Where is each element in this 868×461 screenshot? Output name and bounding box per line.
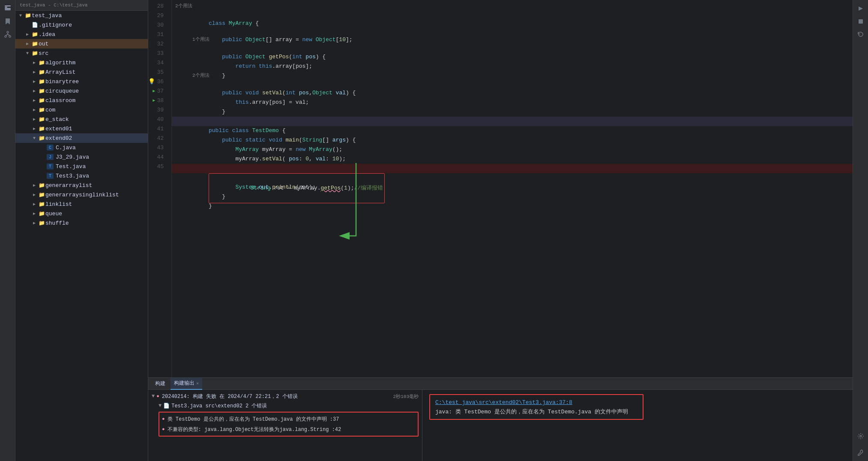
code-line-33: public void setVal(int pos,Object val) { bbox=[172, 79, 853, 88]
line-num-29: 29 bbox=[157, 11, 164, 21]
shuffle-arrow: ▶ bbox=[31, 220, 38, 226]
bottom-panel: 构建 构建输出 ✕ ▼ ● 20240214: 构建 失败 在 2024/4/7… bbox=[148, 377, 853, 461]
shuffle-icon: 📁 bbox=[38, 220, 45, 226]
tree-item-queue[interactable]: ▶ 📁 queue bbox=[15, 209, 148, 218]
line-num-31: 31 bbox=[157, 30, 164, 39]
code-line-40: myArray.setVal( pos: 0, val: 10); bbox=[172, 145, 853, 154]
cjava-icon: C bbox=[46, 145, 54, 151]
tree-item-binarytree[interactable]: ▶ 📁 binarytree bbox=[15, 77, 148, 86]
extend01-icon: 📁 bbox=[38, 126, 45, 132]
code-line-37: public class TestDemo { bbox=[172, 117, 853, 126]
panel-tab-build[interactable]: 构建 bbox=[152, 378, 169, 390]
tree-item-com[interactable]: ▶ 📁 com bbox=[15, 105, 148, 114]
rerun-icon[interactable] bbox=[856, 29, 866, 39]
tree-item-cjava[interactable]: ▶ C C.java bbox=[15, 143, 148, 152]
right-error-box: C:\test_java\src\extend02\Test3.java:37:… bbox=[429, 394, 644, 420]
line-num-37: 37 bbox=[157, 87, 164, 96]
tree-item-generarraysinglinklist[interactable]: ▶ 📁 generarraysinglinklist bbox=[15, 190, 148, 199]
line-num-42: 42 bbox=[157, 134, 164, 143]
wrench-icon[interactable] bbox=[856, 447, 866, 458]
gitignore-icon: 📄 bbox=[31, 22, 39, 28]
line-num-32: 32 bbox=[157, 39, 164, 49]
usage-hint-myarray: 2个用法 bbox=[172, 2, 853, 9]
error-2-text: 不兼容的类型: java.lang.Object无法转换为java.lang.S… bbox=[168, 426, 341, 433]
circuqueue-name: circuqueue bbox=[45, 88, 148, 94]
j329-icon: J bbox=[46, 154, 54, 160]
build-entry[interactable]: ▼ ● 20240214: 构建 失败 在 2024/4/7 22:21，2 个… bbox=[148, 392, 422, 401]
line-num-44: 44 bbox=[157, 153, 164, 162]
output-tab-close[interactable]: ✕ bbox=[196, 381, 199, 386]
line-num-28: 28 bbox=[157, 2, 164, 11]
test3java-name: Test3.java bbox=[56, 173, 148, 179]
code-line-39: MyArray myArray = new MyArray(); bbox=[172, 136, 853, 145]
code-line-32: } bbox=[172, 62, 853, 71]
git-icon[interactable] bbox=[3, 29, 13, 39]
extend02-name: extend02 bbox=[45, 135, 148, 142]
test3-entry[interactable]: ▼ 📄 Test3.java src\extend02 2 个错误 bbox=[148, 401, 422, 410]
tree-item-algorithm[interactable]: ▶ 📁 algorithm bbox=[15, 58, 148, 67]
bookmark-icon[interactable] bbox=[3, 16, 13, 27]
panel-build-label: 构建 bbox=[155, 380, 165, 387]
run-icon-38[interactable]: ▶ bbox=[153, 96, 155, 105]
binarytree-name: binarytree bbox=[45, 78, 148, 85]
tree-item-generarraylist[interactable]: ▶ 📁 generarraylist bbox=[15, 181, 148, 190]
queue-icon: 📁 bbox=[38, 211, 45, 217]
queue-arrow: ▶ bbox=[31, 211, 38, 216]
svg-point-4 bbox=[7, 31, 9, 33]
line-num-38: 38 bbox=[157, 96, 164, 105]
tree-item-idea[interactable]: ▶ 📁 .idea bbox=[15, 30, 148, 39]
tree-item-j329java[interactable]: ▶ J J3_29.java bbox=[15, 152, 148, 162]
svg-rect-2 bbox=[5, 9, 11, 10]
tree-item-extend01[interactable]: ▶ 📁 extend01 bbox=[15, 124, 148, 133]
stop-icon[interactable] bbox=[856, 16, 866, 27]
linklist-icon: 📁 bbox=[38, 201, 45, 208]
line-num-35: 35 bbox=[157, 68, 164, 77]
line-num-39: 39 bbox=[157, 105, 164, 115]
tree-item-linklist[interactable]: ▶ 📁 linklist bbox=[15, 199, 148, 209]
project-icon[interactable] bbox=[3, 3, 13, 14]
tree-item-circuqueue[interactable]: ▶ 📁 circuqueue bbox=[15, 86, 148, 96]
tree-header: test_java - C:\test_java bbox=[15, 0, 148, 11]
generarraylist-name: generarraylist bbox=[45, 182, 148, 189]
idea-arrow: ▶ bbox=[24, 32, 31, 37]
arraylist-icon: 📁 bbox=[38, 69, 45, 75]
test3-file-icon: 📄 bbox=[163, 403, 170, 409]
tree-item-classroom[interactable]: ▶ 📁 classroom bbox=[15, 96, 148, 105]
code-line-43: System.out.println(ret); bbox=[172, 173, 853, 183]
code-line-30: public Object getPos(int pos) { bbox=[172, 43, 853, 52]
binarytree-icon: 📁 bbox=[38, 78, 45, 85]
tree-item-shuffle[interactable]: ▶ 📁 shuffle bbox=[15, 218, 148, 228]
panel-output-label: 构建输出 bbox=[174, 380, 195, 387]
code-line-29: public Object[] array = new Object[10]; bbox=[172, 26, 853, 35]
run-icon-37[interactable]: ▶ bbox=[153, 87, 155, 96]
error-item-1[interactable]: ● 类 TestDemo 是公共的，应在名为 TestDemo.java 的文件… bbox=[162, 414, 415, 424]
circuqueue-arrow: ▶ bbox=[31, 88, 38, 93]
tree-item-out[interactable]: ▶ 📁 out bbox=[15, 39, 148, 48]
tree-item-test3java[interactable]: ▶ T Test3.java bbox=[15, 171, 148, 181]
tools-icon[interactable] bbox=[856, 431, 866, 441]
build-right-icon[interactable] bbox=[856, 3, 866, 14]
tree-item-testjava[interactable]: ▶ T Test.java bbox=[15, 162, 148, 171]
tree-content: ▼ 📁 test_java ▶ 📄 .gitignore ▶ 📁 .idea ▶… bbox=[15, 11, 148, 461]
line-num-40: 40 bbox=[157, 115, 164, 124]
code-line-45: } bbox=[172, 192, 853, 202]
tree-item-src[interactable]: ▼ 📁 src bbox=[15, 48, 148, 58]
code-line-36: } bbox=[172, 107, 853, 117]
right-link[interactable]: C:\test_java\src\extend02\Test3.java:37:… bbox=[435, 399, 572, 406]
line-num-36: 36 bbox=[157, 77, 164, 87]
error-item-2[interactable]: ● 不兼容的类型: java.lang.Object无法转换为java.lang… bbox=[162, 424, 415, 434]
root-name: test_java bbox=[32, 12, 148, 19]
estack-name: e_stack bbox=[45, 116, 148, 123]
tree-item-extend02[interactable]: ▼ 📁 extend02 bbox=[15, 133, 148, 143]
panel-tab-output[interactable]: 构建输出 ✕ bbox=[171, 378, 202, 390]
tree-item-root[interactable]: ▼ 📁 test_java bbox=[15, 11, 148, 20]
svg-rect-3 bbox=[5, 6, 11, 6]
tree-item-gitignore[interactable]: ▶ 📄 .gitignore bbox=[15, 20, 148, 30]
tree-item-estack[interactable]: ▶ 📁 e_stack bbox=[15, 114, 148, 124]
code-line-41: myArray.setVal( pos: 1, val: "hello");//… bbox=[172, 154, 853, 164]
tree-item-arraylist[interactable]: ▶ 📁 ArrayList bbox=[15, 67, 148, 77]
line-num-33: 33 bbox=[157, 49, 164, 58]
idea-icon: 📁 bbox=[31, 31, 39, 38]
svg-rect-1 bbox=[5, 8, 11, 9]
shuffle-name: shuffle bbox=[45, 220, 148, 226]
